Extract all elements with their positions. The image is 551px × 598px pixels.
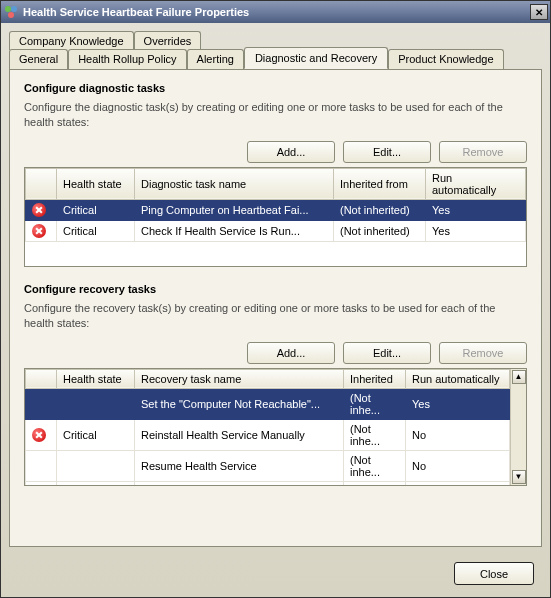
cell-health	[57, 450, 135, 481]
cell-inherited: (Not inhe...	[344, 450, 406, 481]
cell-inherited: (Not inherited)	[334, 199, 426, 220]
cell-run: Yes	[426, 220, 526, 241]
tab-panel: Configure diagnostic tasks Configure the…	[9, 69, 542, 547]
window-title: Health Service Heartbeat Failure Propert…	[23, 6, 530, 18]
cell-task: Resume Health Service	[135, 450, 344, 481]
dialog-footer: Close	[454, 562, 534, 585]
rec-section-desc: Configure the recovery task(s) by creati…	[24, 301, 527, 332]
table-row[interactable]: Resume Health Service (Not inhe... No	[26, 450, 510, 481]
col-icon[interactable]	[26, 369, 57, 388]
col-run-automatically[interactable]: Run automatically	[426, 168, 526, 199]
cell-task: Reinstall Health Service Manually	[135, 419, 344, 450]
tab-overrides[interactable]: Overrides	[134, 31, 202, 50]
titlebar[interactable]: Health Service Heartbeat Failure Propert…	[1, 1, 550, 23]
cell-health: Critical	[57, 199, 135, 220]
rec-edit-button[interactable]: Edit...	[343, 342, 431, 364]
diag-remove-button[interactable]: Remove	[439, 141, 527, 163]
cell-health	[57, 481, 135, 486]
cell-health	[57, 388, 135, 419]
table-row[interactable]: Set the "Computer Not Reachable"... (Not…	[26, 388, 510, 419]
window-close-button[interactable]: ✕	[530, 4, 548, 20]
app-icon	[3, 4, 19, 20]
cell-task: Reserved (Computer Not Reachabl...	[135, 481, 344, 486]
cell-inherited: (Not inhe...	[344, 388, 406, 419]
diag-edit-button[interactable]: Edit...	[343, 141, 431, 163]
cell-icon	[26, 388, 57, 419]
table-header-row: Health state Diagnostic task name Inheri…	[26, 168, 526, 199]
svg-point-0	[5, 6, 11, 12]
col-diag-task-name[interactable]: Diagnostic task name	[135, 168, 334, 199]
tab-health-rollup-policy[interactable]: Health Rollup Policy	[68, 49, 186, 69]
tab-company-knowledge[interactable]: Company Knowledge	[9, 31, 134, 50]
rec-grid: Health state Recovery task name Inherite…	[24, 368, 527, 486]
cell-run: No	[406, 419, 510, 450]
dialog-window: Health Service Heartbeat Failure Propert…	[0, 0, 551, 598]
col-inherited-from[interactable]: Inherited from	[334, 168, 426, 199]
tab-row-bottom: General Health Rollup Policy Alerting Di…	[9, 49, 542, 69]
diag-section-desc: Configure the diagnostic task(s) by crea…	[24, 100, 527, 131]
cell-icon	[26, 481, 57, 486]
diag-section-title: Configure diagnostic tasks	[24, 82, 527, 94]
critical-icon	[32, 224, 46, 238]
critical-icon	[32, 203, 46, 217]
recovery-section: Configure recovery tasks Configure the r…	[24, 283, 527, 486]
diag-grid: Health state Diagnostic task name Inheri…	[24, 167, 527, 267]
rec-remove-button[interactable]: Remove	[439, 342, 527, 364]
tab-product-knowledge[interactable]: Product Knowledge	[388, 49, 503, 69]
close-button[interactable]: Close	[454, 562, 534, 585]
cell-run: Yes	[406, 388, 510, 419]
tab-alerting[interactable]: Alerting	[187, 49, 244, 69]
cell-task: Set the "Computer Not Reachable"...	[135, 388, 344, 419]
scroll-down-button[interactable]: ▼	[512, 470, 526, 484]
col-health-state[interactable]: Health state	[57, 369, 135, 388]
cell-health: Critical	[57, 220, 135, 241]
critical-icon	[32, 428, 46, 442]
rec-add-button[interactable]: Add...	[247, 342, 335, 364]
col-icon[interactable]	[26, 168, 57, 199]
cell-task: Ping Computer on Heartbeat Fai...	[135, 199, 334, 220]
table-row[interactable]: Critical Reinstall Health Service Manual…	[26, 419, 510, 450]
col-health-state[interactable]: Health state	[57, 168, 135, 199]
diag-add-button[interactable]: Add...	[247, 141, 335, 163]
svg-point-2	[8, 12, 14, 18]
table-header-row: Health state Recovery task name Inherite…	[26, 369, 510, 388]
content-area: Company Knowledge Overrides General Heal…	[1, 23, 550, 555]
cell-inherited: (Not inherited)	[334, 220, 426, 241]
col-inherited[interactable]: Inherited	[344, 369, 406, 388]
table-row[interactable]: Critical Check If Health Service Is Run.…	[26, 220, 526, 241]
cell-run: No	[406, 450, 510, 481]
cell-inherited: (Not inhe...	[344, 481, 406, 486]
cell-task: Check If Health Service Is Run...	[135, 220, 334, 241]
tab-diagnostic-and-recovery[interactable]: Diagnostic and Recovery	[244, 47, 388, 69]
rec-button-row: Add... Edit... Remove	[24, 342, 527, 364]
col-run-automatically[interactable]: Run automatically	[406, 369, 510, 388]
scroll-up-button[interactable]: ▲	[512, 370, 526, 384]
cell-icon	[26, 450, 57, 481]
vertical-scrollbar[interactable]: ▲ ▼	[510, 369, 526, 485]
svg-point-1	[11, 6, 17, 12]
diag-button-row: Add... Edit... Remove	[24, 141, 527, 163]
rec-section-title: Configure recovery tasks	[24, 283, 527, 295]
col-recovery-task-name[interactable]: Recovery task name	[135, 369, 344, 388]
table-row[interactable]: Critical Ping Computer on Heartbeat Fai.…	[26, 199, 526, 220]
cell-health: Critical	[57, 419, 135, 450]
cell-run: Yes	[406, 481, 510, 486]
cell-inherited: (Not inhe...	[344, 419, 406, 450]
table-row[interactable]: Reserved (Computer Not Reachabl... (Not …	[26, 481, 510, 486]
cell-run: Yes	[426, 199, 526, 220]
tab-general[interactable]: General	[9, 49, 68, 69]
